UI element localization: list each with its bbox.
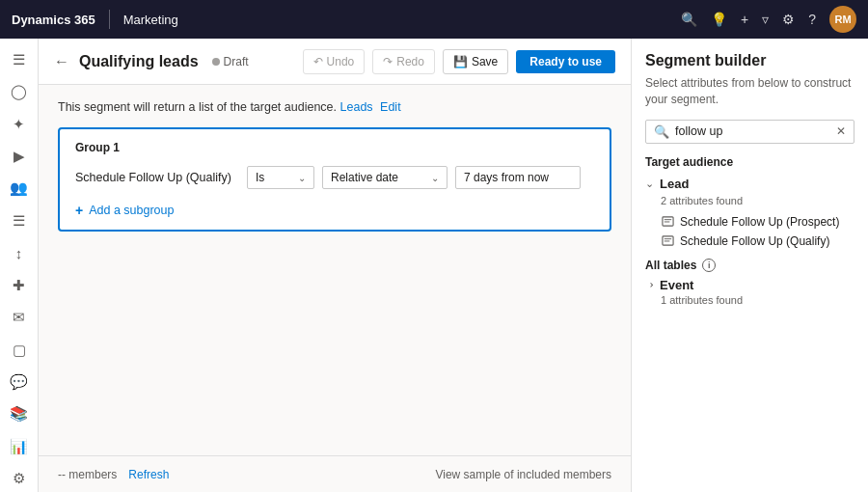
lightbulb-icon[interactable]: 💡	[711, 12, 727, 27]
add-subgroup-label: Add a subgroup	[89, 204, 174, 217]
info-text: This segment will return a list of the t…	[58, 100, 337, 114]
sidebar-item-contacts[interactable]: 👥	[4, 176, 35, 202]
search-icon: 🔍	[654, 124, 669, 139]
event-section: ⌄ Event 1 attributes found	[645, 278, 854, 312]
ready-to-use-button[interactable]: Ready to use	[516, 50, 615, 73]
sub-header: ← Qualifying leads Draft ↶ Undo ↷ Redo 💾…	[39, 39, 631, 85]
redo-icon: ↷	[383, 55, 393, 68]
sub-header-actions: ↶ Undo ↷ Redo 💾 Save Ready to use	[303, 49, 615, 74]
group-box: Group 1 Schedule Follow Up (Qualify) Is …	[58, 127, 611, 232]
redo-label: Redo	[396, 55, 424, 68]
info-bar: This segment will return a list of the t…	[58, 100, 611, 114]
page-title: Qualifying leads	[79, 53, 199, 70]
sidebar-item-play[interactable]: ▶	[4, 143, 35, 169]
event-section-header[interactable]: ⌄ Event	[645, 278, 854, 292]
undo-icon: ↶	[313, 55, 323, 68]
undo-label: Undo	[327, 55, 355, 68]
save-icon: 💾	[453, 55, 468, 68]
lead-section-name: Lead	[660, 177, 689, 191]
sidebar-item-config[interactable]: ⚙	[4, 465, 35, 491]
content-area: This segment will return a list of the t…	[39, 85, 631, 455]
nav-brand: Dynamics 365	[12, 13, 95, 27]
nav-brand-text: Dynamics 365	[12, 13, 95, 27]
save-button[interactable]: 💾 Save	[443, 49, 508, 74]
all-tables-label: All tables	[645, 259, 696, 272]
lead-section-header[interactable]: ⌄ Lead	[645, 177, 854, 191]
event-count: 1 attributes found	[645, 294, 854, 306]
footer: -- members Refresh View sample of includ…	[39, 455, 631, 492]
nav-divider	[109, 10, 110, 29]
attribute-icon-1	[661, 234, 674, 248]
settings-icon[interactable]: ⚙	[782, 12, 795, 27]
sidebar-item-list[interactable]: ☰	[4, 207, 35, 233]
attribute-name-1: Schedule Follow Up (Qualify)	[680, 234, 829, 248]
sidebar-item-pages[interactable]: ▢	[4, 337, 35, 363]
audience-label: Target audience	[645, 155, 854, 169]
attribute-icon-0	[661, 215, 674, 229]
event-chevron-icon: ⌄	[643, 281, 656, 289]
sidebar-item-home[interactable]: ◯	[4, 78, 35, 104]
entity-link[interactable]: Leads	[340, 100, 373, 114]
sidebar-item-arrows[interactable]: ↕	[4, 240, 35, 266]
attribute-item[interactable]: Schedule Follow Up (Qualify)	[645, 232, 854, 251]
condition-field-label: Schedule Follow Up (Qualify)	[75, 171, 239, 184]
status-text: Draft	[224, 55, 249, 68]
nav-app-name: Marketing	[123, 13, 178, 27]
plus-icon[interactable]: +	[741, 12, 748, 27]
date-type-value: Relative date	[331, 171, 398, 184]
undo-button[interactable]: ↶ Undo	[303, 49, 366, 74]
sidebar-item-email[interactable]: ✉	[4, 304, 35, 330]
all-tables-row: All tables i	[645, 259, 854, 272]
back-button[interactable]: ←	[54, 53, 69, 70]
lead-section: ⌄ Lead 2 attributes found Schedule Follo…	[645, 177, 854, 251]
filter-icon[interactable]: ▿	[762, 12, 769, 27]
condition-row: Schedule Follow Up (Qualify) Is ⌄ Relati…	[75, 166, 594, 189]
group-label: Group 1	[75, 141, 594, 154]
date-value-field: 7 days from now	[455, 166, 581, 189]
date-type-chevron-icon: ⌄	[431, 173, 439, 183]
edit-link[interactable]: Edit	[380, 100, 401, 114]
sidebar-item-library[interactable]: 📚	[4, 401, 35, 427]
members-text: -- members	[58, 468, 117, 481]
sidebar-item-menu[interactable]: ☰	[4, 46, 35, 72]
search-box: 🔍 ✕	[645, 120, 854, 144]
layout: ☰ ◯ ✦ ▶ 👥 ☰ ↕ ✚ ✉ ▢ 💬 📚 📊 ⚙ ← Qualifying…	[0, 39, 868, 492]
save-label: Save	[472, 55, 498, 68]
sidebar-icons: ☰ ◯ ✦ ▶ 👥 ☰ ↕ ✚ ✉ ▢ 💬 📚 📊 ⚙	[0, 39, 39, 492]
all-tables-info-icon[interactable]: i	[702, 259, 716, 272]
panel-desc: Select attributes from below to construc…	[645, 75, 854, 108]
sidebar-item-analytics[interactable]: 📊	[4, 433, 35, 459]
date-value-text: 7 days from now	[464, 171, 549, 184]
main-content: ← Qualifying leads Draft ↶ Undo ↷ Redo 💾…	[39, 39, 631, 492]
event-section-name: Event	[660, 278, 693, 292]
redo-button[interactable]: ↷ Redo	[372, 49, 435, 74]
date-type-dropdown[interactable]: Relative date ⌄	[322, 166, 448, 189]
attribute-name-0: Schedule Follow Up (Prospect)	[680, 215, 839, 229]
avatar[interactable]: RM	[829, 6, 856, 33]
operator-value: Is	[256, 171, 264, 184]
sidebar-item-segments[interactable]: ✚	[4, 272, 35, 298]
refresh-link[interactable]: Refresh	[128, 468, 169, 481]
status-dot	[212, 58, 220, 66]
search-input[interactable]	[675, 124, 836, 138]
attribute-item[interactable]: Schedule Follow Up (Prospect)	[645, 212, 854, 232]
ready-label: Ready to use	[529, 55, 602, 68]
lead-count: 2 attributes found	[645, 195, 854, 206]
panel-title: Segment builder	[645, 52, 854, 69]
search-clear-icon[interactable]: ✕	[836, 124, 846, 138]
sidebar-item-pin[interactable]: ✦	[4, 111, 35, 137]
search-icon[interactable]: 🔍	[681, 12, 697, 27]
sidebar-item-chat[interactable]: 💬	[4, 369, 35, 395]
operator-dropdown[interactable]: Is ⌄	[247, 166, 314, 189]
add-subgroup-button[interactable]: + Add a subgroup	[75, 203, 594, 218]
view-sample-link[interactable]: View sample of included members	[435, 468, 611, 481]
right-panel: Segment builder Select attributes from b…	[631, 39, 868, 492]
lead-chevron-icon: ⌄	[645, 178, 654, 190]
status-badge: Draft	[212, 55, 249, 68]
operator-chevron-icon: ⌄	[298, 173, 306, 183]
help-icon[interactable]: ?	[808, 12, 816, 27]
top-nav: Dynamics 365 Marketing 🔍 💡 + ▿ ⚙ ? RM	[0, 0, 868, 39]
plus-subgroup-icon: +	[75, 203, 83, 218]
nav-icons: 🔍 💡 + ▿ ⚙ ? RM	[681, 6, 856, 33]
